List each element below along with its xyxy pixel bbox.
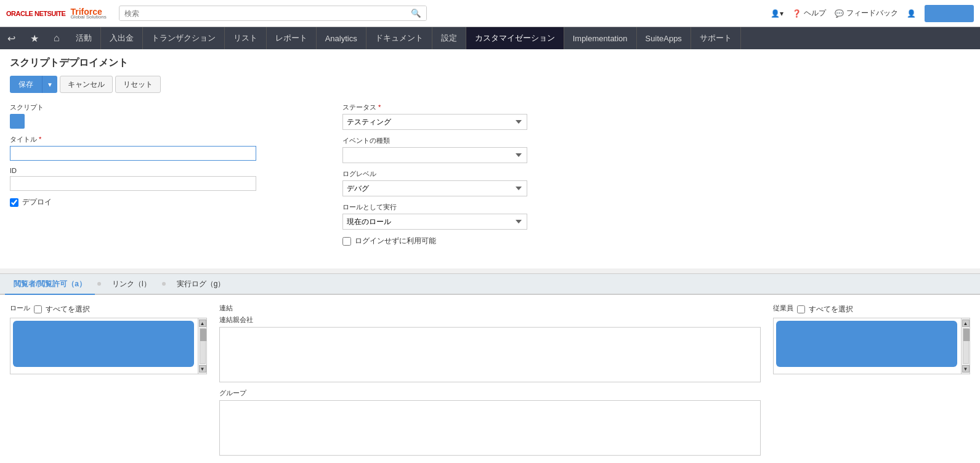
page-content: スクリプトデプロイメント 保存 ▼ キャンセル リセット スクリプト タイトル …	[0, 49, 980, 268]
affiliation-sub-label: 連結親会社	[219, 315, 761, 324]
search-bar[interactable]: 🔍	[119, 6, 427, 21]
help-link[interactable]: ❓ ヘルプ	[792, 8, 826, 18]
top-bar: ORACLE NETSUITE Triforce Global Solution…	[0, 0, 980, 27]
id-input[interactable]	[10, 176, 256, 191]
deploy-checkbox-group: デプロイ	[10, 197, 318, 207]
nav-reports[interactable]: レポート	[267, 27, 317, 49]
role-select-all-checkbox[interactable]	[34, 305, 42, 313]
tab-grid: ロール すべてを選択 ▲ ▼	[10, 304, 970, 456]
feedback-link[interactable]: 💬 フィードバック	[835, 8, 898, 18]
nav-lists[interactable]: リスト	[225, 27, 267, 49]
scroll-down-btn[interactable]: ▼	[199, 365, 206, 372]
toolbar: 保存 ▼ キャンセル リセット	[10, 76, 970, 93]
emp-scroll-up[interactable]: ▲	[962, 320, 970, 327]
nav-analytics[interactable]: Analytics	[317, 27, 366, 49]
save-dropdown-button[interactable]: ▼	[42, 76, 57, 93]
role-select-all-label: すべてを選択	[46, 304, 90, 315]
tab-content: ロール すべてを選択 ▲ ▼	[0, 295, 980, 463]
nav-support[interactable]: サポート	[691, 27, 741, 49]
form-section: スクリプト タイトル ID デプロイ ステータス テスティングリリース済みテスト…	[10, 103, 970, 251]
run-as-role-field-group: ロールとして実行 現在のロール管理者	[342, 203, 970, 230]
employee-list-box[interactable]: ▲ ▼	[773, 318, 970, 374]
employee-scrollbar: ▲ ▼	[961, 318, 970, 374]
role-scrollbar: ▲ ▼	[198, 318, 206, 374]
login-available-label: ログインせずに利用可能	[355, 236, 436, 246]
affiliation-field-group: 連結 連結親会社 グループ	[219, 304, 761, 456]
employee-list-inner	[774, 318, 960, 374]
nav-customization[interactable]: カスタマイゼーション	[466, 27, 564, 49]
employee-label: 従業員	[773, 304, 793, 313]
event-type-field-group: イベントの種類	[342, 136, 970, 163]
user-icon: 👤	[907, 9, 916, 18]
id-field-group: ID	[10, 167, 318, 191]
log-level-select[interactable]: デバグエラー警告情報	[342, 180, 527, 196]
title-field-group: タイトル	[10, 135, 318, 161]
oracle-netsuite-logo: ORACLE NETSUITE	[6, 10, 65, 17]
nav-banking[interactable]: 入出金	[101, 27, 143, 49]
employee-select-all-checkbox[interactable]	[797, 305, 805, 313]
employee-select-all-label: すべてを選択	[809, 304, 853, 315]
search-button[interactable]: 🔍	[406, 6, 426, 20]
save-button[interactable]: 保存	[10, 76, 42, 93]
nav-home[interactable]: ⌂	[46, 27, 67, 49]
log-level-label: ログレベル	[342, 169, 970, 179]
status-label: ステータス	[342, 103, 970, 112]
role-field-group: ロール すべてを選択 ▲ ▼	[10, 304, 207, 456]
run-as-role-select[interactable]: 現在のロール管理者	[342, 214, 527, 230]
role-select-all-row: ロール すべてを選択	[10, 304, 207, 315]
tab-viewers[interactable]: 閲覧者/閲覧許可（a）	[5, 274, 95, 295]
nav-transactions[interactable]: トランザクション	[143, 27, 225, 49]
user-button[interactable]	[925, 5, 974, 22]
reset-button[interactable]: リセット	[115, 76, 161, 93]
tab-exec-log[interactable]: 実行ログ（g）	[168, 274, 234, 295]
role-list-inner	[10, 318, 196, 374]
help-icon: ❓	[792, 9, 801, 18]
login-available-checkbox[interactable]	[342, 237, 351, 246]
scroll-up-btn[interactable]: ▲	[199, 320, 206, 327]
login-available-group: ログインせずに利用可能	[342, 236, 970, 246]
form-left: スクリプト タイトル ID デプロイ	[10, 103, 318, 251]
tabs-bar: 閲覧者/閲覧許可（a） リンク（l） 実行ログ（g）	[0, 274, 980, 295]
script-label: スクリプト	[10, 103, 318, 112]
save-button-group: 保存 ▼	[10, 76, 57, 93]
triforce-logo: Triforce Global Solutions	[70, 7, 106, 20]
employee-field-group: 従業員 すべてを選択 ▲ ▼	[773, 304, 970, 456]
status-select[interactable]: テスティングリリース済みテスト中	[342, 114, 527, 130]
scroll-thumb	[200, 329, 206, 341]
role-label: ロール	[10, 304, 30, 313]
role-list-box[interactable]: ▲ ▼	[10, 318, 207, 374]
status-field-group: ステータス テスティングリリース済みテスト中	[342, 103, 970, 130]
nav-settings[interactable]: 設定	[432, 27, 466, 49]
top-right-area: 👤▾ ❓ ヘルプ 💬 フィードバック 👤	[771, 5, 974, 22]
search-input[interactable]	[119, 7, 406, 20]
role-selected-item	[13, 321, 194, 367]
run-as-role-label: ロールとして実行	[342, 203, 970, 212]
deploy-checkbox[interactable]	[10, 198, 18, 207]
log-level-field-group: ログレベル デバグエラー警告情報	[342, 169, 970, 196]
title-input[interactable]	[10, 146, 256, 161]
scroll-track	[200, 328, 206, 364]
emp-scroll-down[interactable]: ▼	[962, 365, 970, 372]
nav-implementation[interactable]: Implementation	[564, 27, 637, 49]
employee-selected-item	[776, 321, 957, 367]
notification-icon[interactable]: 👤▾	[771, 9, 784, 18]
group-label: グループ	[219, 389, 761, 398]
deploy-label: デプロイ	[22, 197, 52, 207]
script-link-button[interactable]	[10, 114, 25, 129]
script-field-group: スクリプト	[10, 103, 318, 129]
affiliation-textarea[interactable]	[219, 327, 761, 382]
nav-favorites[interactable]: ★	[23, 27, 46, 49]
tab-links[interactable]: リンク（l）	[103, 274, 160, 295]
page-title: スクリプトデプロイメント	[10, 57, 970, 70]
event-type-select[interactable]	[342, 147, 527, 163]
cancel-button[interactable]: キャンセル	[60, 76, 113, 93]
nav-suiteapps[interactable]: SuiteApps	[637, 27, 691, 49]
nav-documents[interactable]: ドキュメント	[366, 27, 432, 49]
nav-bar: ↩ ★ ⌂ 活動 入出金 トランザクション リスト レポート Analytics…	[0, 27, 980, 49]
form-right: ステータス テスティングリリース済みテスト中 イベントの種類 ログレベル デバグ…	[342, 103, 970, 251]
nav-activities[interactable]: 活動	[67, 27, 101, 49]
affiliation-label: 連結	[219, 304, 761, 313]
nav-history[interactable]: ↩	[0, 27, 23, 49]
group-textarea[interactable]	[219, 400, 761, 456]
tabs-section: 閲覧者/閲覧許可（a） リンク（l） 実行ログ（g） ロール すべてを選択	[0, 273, 980, 463]
